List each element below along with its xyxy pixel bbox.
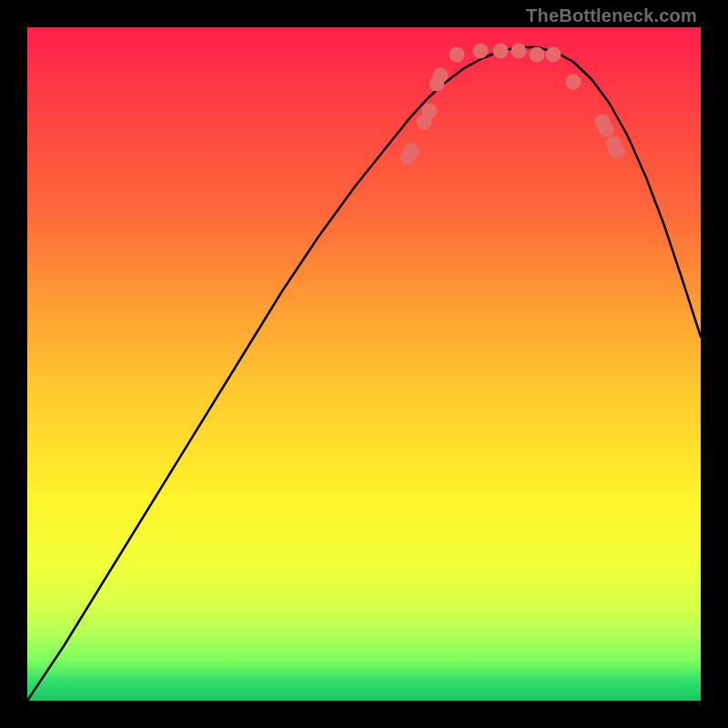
chart-overlay	[27, 27, 701, 701]
data-point	[566, 75, 581, 90]
watermark-text: TheBottleneck.com	[526, 5, 697, 26]
bottleneck-curve-path	[27, 47, 701, 701]
data-point	[599, 122, 614, 137]
data-point	[546, 47, 561, 63]
data-point	[511, 44, 527, 59]
data-point	[450, 47, 465, 63]
data-point	[433, 68, 449, 84]
data-points	[400, 44, 625, 166]
data-point	[530, 47, 545, 63]
data-point	[473, 44, 489, 59]
data-point	[404, 144, 420, 159]
bottleneck-curve	[27, 47, 701, 701]
chart-frame	[27, 27, 701, 701]
data-point	[610, 144, 625, 159]
data-point	[422, 104, 438, 119]
data-point	[493, 44, 509, 59]
